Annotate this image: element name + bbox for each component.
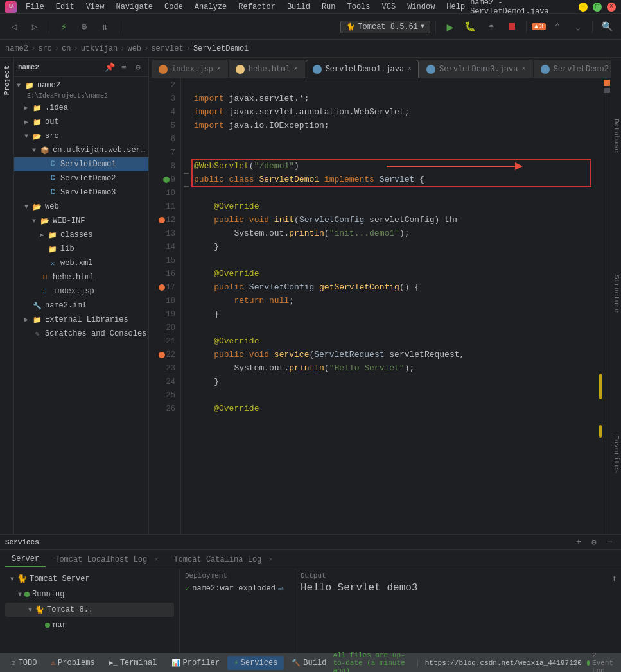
menu-code[interactable]: Code [159,1,188,13]
server-item-nar[interactable]: ▼ nar [5,618,174,632]
toolbar-search[interactable]: 🔍 [598,18,616,36]
tree-src[interactable]: ▼ 📂 src [14,129,148,143]
upload-button[interactable]: ⬆ [611,572,618,585]
tab-servletdemo2[interactable]: ServletDemo2.java × [534,60,611,78]
line-24: 24 [166,375,175,388]
close-button[interactable]: × [607,3,616,12]
favorites-panel-label[interactable]: Favorites [611,433,622,476]
toolbar-forward[interactable]: ▷ [26,18,44,36]
breadcrumb-src[interactable]: src [38,44,52,53]
editor-container[interactable]: 2 3 4 5 6 7 8 9 10 11 12 13 14 15 16 17 … [149,78,611,534]
tree-scratches[interactable]: ▶ ✎ Scratches and Consoles [14,327,148,341]
minimize-button[interactable]: ─ [579,3,588,12]
structure-panel-label[interactable]: Structure [611,272,622,315]
toolbar-build[interactable]: ⚡ [55,18,73,36]
deployment-item-1[interactable]: ✓ name2:war exploded ⇨ [185,582,290,595]
tab-close-sd3[interactable]: × [522,65,526,73]
server-item-tomcat8[interactable]: ▼ 🐈 Tomcat 8.. [5,603,174,617]
line-gutter: 2 3 4 5 6 7 8 9 10 11 12 13 14 15 16 17 … [149,78,181,534]
tree-idea[interactable]: ▶ 📁 .idea [14,101,148,115]
tree-servletdemo1[interactable]: ▶ C ServletDemo1 [14,157,148,171]
toolbar-expand-up[interactable]: ⌃ [548,18,566,36]
status-tab-terminal[interactable]: ▶_ Terminal [103,656,164,670]
breadcrumb-name2[interactable]: name2 [5,44,28,53]
tab-index-jsp[interactable]: index.jsp × [152,60,228,78]
breadcrumb-servlet[interactable]: servlet [151,44,183,53]
server-item-running[interactable]: ▼ Running [5,587,174,601]
bottom-tab-server[interactable]: Server [5,552,46,567]
toolbar-back[interactable]: ◁ [5,18,23,36]
code-line-4: import javax.servlet.annotation.WebServl… [194,105,602,119]
tree-servletdemo3[interactable]: ▶ C ServletDemo3 [14,185,148,200]
menu-build[interactable]: Build [282,1,315,13]
tree-indexjsp[interactable]: ▶ J index.jsp [14,284,148,298]
tree-arrow-extlibs: ▶ [24,316,32,323]
database-panel-label[interactable]: Database [611,116,622,155]
status-tab-profiler[interactable]: 📊 Profiler [165,656,227,670]
bottom-tab-catalina-log[interactable]: Tomcat Catalina Log × [167,553,279,567]
code-editor[interactable]: import javax.servlet.*; import javax.ser… [181,78,602,534]
menu-edit[interactable]: Edit [51,1,80,13]
tree-servletdemo2[interactable]: ▶ C ServletDemo2 [14,171,148,185]
tree-root[interactable]: ▼ 📁 name2 [14,78,148,92]
tree-extlibs[interactable]: ▶ 📁 External Libraries [14,313,148,327]
status-tab-problems[interactable]: ⚠ Problems [44,656,101,670]
breadcrumb-current[interactable]: ServletDemo1 [193,44,249,53]
warning-badge[interactable]: ▲ 3 [532,23,546,30]
tree-webinf[interactable]: ▼ 📂 WEB-INF [14,214,148,228]
server-item-tomcat[interactable]: ▼ 🐈 Tomcat Server [5,572,174,586]
panel-pin-icon[interactable]: 📌 [103,61,116,74]
toolbar-settings[interactable]: ⚙ [75,18,93,36]
status-tab-services[interactable]: ⚡ Services [227,656,284,670]
tree-package[interactable]: ▼ 📦 cn.utkvijan.web.servlet [14,143,148,157]
status-tab-todo[interactable]: ☑ TODO [5,656,43,670]
tree-name2iml[interactable]: ▶ 🔧 name2.iml [14,298,148,313]
project-panel-label[interactable]: Project [2,60,12,100]
toolbar-run-btn[interactable]: ▶ [441,18,459,36]
toolbar-expand-down[interactable]: ⌄ [569,18,587,36]
menu-refactor[interactable]: Refactor [233,1,281,13]
tab-hehe-html[interactable]: hehe.html × [229,60,305,78]
event-log[interactable]: 2 Event Log [587,651,616,673]
tomcat-selector[interactable]: 🐈 Tomcat 8.5.61 ▼ [340,21,430,33]
services-add-icon[interactable]: + [572,536,585,549]
tree-web[interactable]: ▼ 📂 web [14,200,148,214]
tree-lib[interactable]: ▶ 📁 lib [14,242,148,256]
tree-webxml[interactable]: ▶ ✕ web.xml [14,256,148,270]
bottom-tab-localhost-close[interactable]: × [154,556,158,564]
maximize-button[interactable]: □ [593,3,602,12]
tab-close-sd1[interactable]: × [408,65,412,73]
menu-window[interactable]: Window [402,1,440,13]
panel-settings-icon[interactable]: ⚙ [132,61,144,74]
bottom-tab-localhost-log[interactable]: Tomcat Localhost Log × [48,553,164,567]
menu-navigate[interactable]: Navigate [110,1,158,13]
services-settings-icon[interactable]: ⚙ [588,536,600,549]
menu-file[interactable]: File [21,1,49,13]
panel-tree-icon[interactable]: ≡ [118,61,130,74]
menu-vcs[interactable]: VCS [377,1,401,13]
breadcrumb-cn[interactable]: cn [62,44,71,53]
tab-servletdemo1[interactable]: ServletDemo1.java × [306,60,419,78]
menu-analyze[interactable]: Analyze [189,1,232,13]
menu-view[interactable]: View [81,1,110,13]
breadcrumb-web[interactable]: web [127,44,141,53]
toolbar-coverage-btn[interactable]: ☂ [482,18,500,36]
toolbar-debug-btn[interactable]: 🐛 [462,18,480,36]
tree-classes[interactable]: ▶ 📁 classes [14,228,148,242]
menu-tools[interactable]: Tools [342,1,376,13]
menu-help[interactable]: Help [441,1,470,13]
tab-servletdemo3[interactable]: ServletDemo3.java × [419,60,532,78]
code-line-26: @Override [194,402,602,415]
toolbar-stop-btn[interactable]: ⏹ [503,18,521,36]
tab-close-hehe[interactable]: × [294,65,298,73]
tree-label-classes: classes [60,230,92,239]
breadcrumb-utkvijan[interactable]: utkvijan [81,44,118,53]
bottom-tab-catalina-close[interactable]: × [269,556,273,564]
tab-close-index[interactable]: × [217,65,221,73]
services-minimize-icon[interactable]: ─ [603,536,616,549]
tree-out[interactable]: ▶ 📁 out [14,115,148,129]
tree-hehehtml[interactable]: ▶ H hehe.html [14,270,148,284]
status-tab-build[interactable]: 🔨 Build [285,656,333,670]
toolbar-vcs[interactable]: ⇅ [96,18,114,36]
menu-run[interactable]: Run [317,1,341,13]
